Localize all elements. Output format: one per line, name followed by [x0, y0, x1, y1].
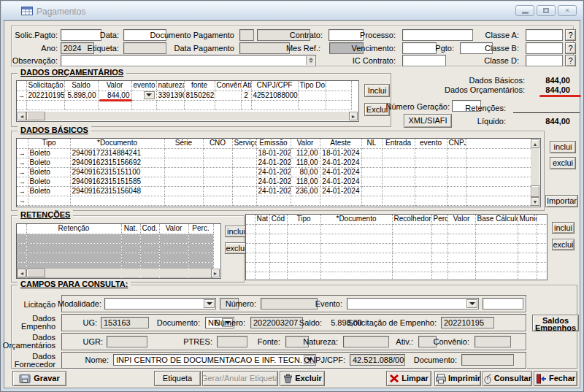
dropdown-arrow-icon[interactable] [466, 299, 477, 308]
data-pagamento-field[interactable] [239, 42, 290, 54]
limpar-button[interactable]: Limpar [386, 371, 431, 386]
processo-field[interactable] [402, 29, 473, 41]
retencoes-detalhe-inclui-button[interactable]: inclui [552, 222, 575, 234]
dropdown-arrow-icon[interactable] [204, 299, 215, 308]
imprimir-button[interactable]: Imprimir [434, 371, 481, 386]
gravar-button[interactable]: Gravar [12, 371, 66, 386]
scrollbar-thumb[interactable] [531, 185, 539, 197]
row-selector[interactable]: → [17, 91, 26, 100]
row-selector[interactable]: → [17, 148, 28, 158]
scrollbar-thumb[interactable] [26, 112, 45, 120]
classe-b-label: Classe B: [485, 44, 519, 53]
cell-evento[interactable] [131, 91, 156, 100]
row-selector[interactable]: → [17, 196, 28, 205]
fornecedor-documento-field[interactable] [461, 354, 514, 366]
basicos-inclui-button[interactable]: inclui [550, 141, 576, 153]
modalidade-dropdown[interactable] [104, 298, 216, 310]
campos-consulta-section: CAMPOS PARA CONSULTA: Licitação Dados Em… [11, 285, 577, 369]
ic-contrato-field[interactable] [402, 55, 446, 66]
natureza-label: Natureza: [303, 337, 338, 347]
cell-cnpj[interactable]: 42521088000137 [251, 91, 298, 100]
ug-field[interactable]: 153163 [101, 317, 149, 328]
xml-siafi-button[interactable]: XML/SIAFI [404, 114, 452, 128]
scroll-left-icon[interactable]: ◄ [18, 269, 26, 277]
etiqueta-field[interactable] [123, 42, 166, 54]
vertical-scrollbar[interactable]: ▲ ▼ [531, 139, 539, 206]
cnpj-cpf-field[interactable]: 42.521.088/0001-37 [350, 354, 405, 366]
scrollbar-thumb[interactable] [26, 269, 45, 277]
classe-b-help-button[interactable]: ? [565, 42, 576, 54]
mouse-pointer-icon [483, 374, 492, 384]
scroll-right-icon[interactable]: ► [211, 269, 220, 277]
documento-pagamento-tipo-field[interactable] [239, 29, 254, 41]
retencoes-exclui-button[interactable]: exclui [225, 242, 247, 254]
gerar-anular-etiqueta-button[interactable]: Gerar/Anular Etiqueta [202, 371, 278, 386]
col-evento: evento [131, 81, 156, 91]
scroll-right-icon[interactable]: ► [349, 112, 358, 120]
row-selector[interactable]: → [17, 167, 28, 177]
excluir-button[interactable]: Excluir [280, 371, 325, 386]
restore-button[interactable] [537, 5, 556, 16]
orcamentarios-inclui-button[interactable]: Inclui [364, 84, 390, 97]
numero-geracao-label: Número Geração: [386, 102, 450, 112]
fechar-button[interactable]: Fechar [534, 371, 577, 386]
col-documento: *Documento [320, 215, 392, 224]
classe-d-help-button[interactable]: ? [565, 55, 576, 66]
observacao-spinner[interactable] [306, 56, 315, 65]
horizontal-scrollbar[interactable]: ◄ ► [18, 269, 220, 277]
basicos-exclui-button[interactable]: exclui [550, 157, 576, 169]
evento-extra-field[interactable] [483, 298, 523, 310]
documento-pagamento-label: Documento Pagamento [150, 31, 234, 40]
licitacao-numero-field[interactable] [261, 298, 318, 310]
ptres-field[interactable] [217, 336, 247, 347]
ugr-field[interactable] [107, 336, 147, 347]
row-selector[interactable]: → [17, 158, 28, 167]
contrato-field[interactable] [328, 29, 364, 41]
col-fonte: fonte [184, 81, 215, 91]
table-row: → Boleto 29409162315156692 24-01-2024 11… [17, 158, 531, 167]
empenho-numero-field[interactable]: 2022003207 [250, 317, 303, 328]
classe-a-help-button[interactable]: ? [565, 29, 576, 41]
row-selector[interactable]: → [17, 186, 28, 196]
ativ-label: Ativ.: [396, 337, 413, 347]
cell-tipo-doc[interactable] [298, 91, 326, 100]
retencoes-detalhe-exclui-button[interactable]: exclui [552, 239, 575, 250]
cell-saldo[interactable]: 5.898,00 [64, 91, 98, 100]
classe-b-field[interactable] [526, 42, 563, 54]
col-cod: Cod. [140, 224, 159, 234]
window-title: Pagamentos [36, 7, 85, 17]
solicitacao-empenho-field[interactable]: 202210195 [441, 317, 494, 328]
convenio-label: Convênio: [433, 337, 469, 347]
row-selector[interactable]: → [17, 177, 28, 186]
evento-dropdown[interactable] [347, 298, 479, 310]
cell-convenio[interactable] [215, 91, 241, 100]
vencimento-field[interactable] [402, 42, 437, 54]
minimize-button[interactable] [515, 5, 534, 16]
saldos-empenhos-button[interactable]: Saldos Empenhos [532, 315, 579, 331]
scroll-left-icon[interactable]: ◄ [18, 112, 26, 120]
etiqueta-button[interactable]: Etiqueta [154, 371, 201, 386]
classe-d-field[interactable] [526, 55, 563, 66]
cell-solicitacao[interactable]: 202210195 [26, 91, 64, 100]
cell-fonte[interactable]: 8150262460 [184, 91, 215, 100]
col-tipo: Tipo [28, 139, 70, 148]
horizontal-scrollbar[interactable]: ◄ ► [18, 112, 358, 120]
consultar-button[interactable]: Consultar [483, 371, 532, 386]
vencimento-label: Vencimento: [351, 44, 396, 53]
basicos-importar-button[interactable]: Importar [545, 195, 578, 207]
modalidade-label: Modalidade: [58, 299, 101, 309]
evento-dropdown-button[interactable] [144, 91, 155, 99]
fornecedor-nome-dropdown[interactable]: INPI CENTRO DE DOCUMENTACAO E INF. TECN. [113, 354, 316, 366]
natureza-field[interactable] [343, 336, 389, 347]
cell-ativ[interactable]: 2 [241, 91, 251, 100]
convenio-field[interactable] [474, 336, 511, 347]
close-button[interactable]: ✕ [558, 5, 577, 16]
observacao-field[interactable] [61, 55, 316, 66]
solic-pagto-field[interactable] [61, 29, 101, 41]
dados-basicos-title: DADOS BÁSICOS [18, 126, 91, 134]
scroll-up-icon[interactable]: ▲ [531, 139, 539, 148]
classe-a-field[interactable] [526, 29, 563, 41]
scroll-down-icon[interactable]: ▼ [531, 197, 539, 206]
retencoes-inclui-button[interactable]: inclui [225, 226, 247, 237]
cell-natureza[interactable]: 33913904 [156, 91, 184, 100]
